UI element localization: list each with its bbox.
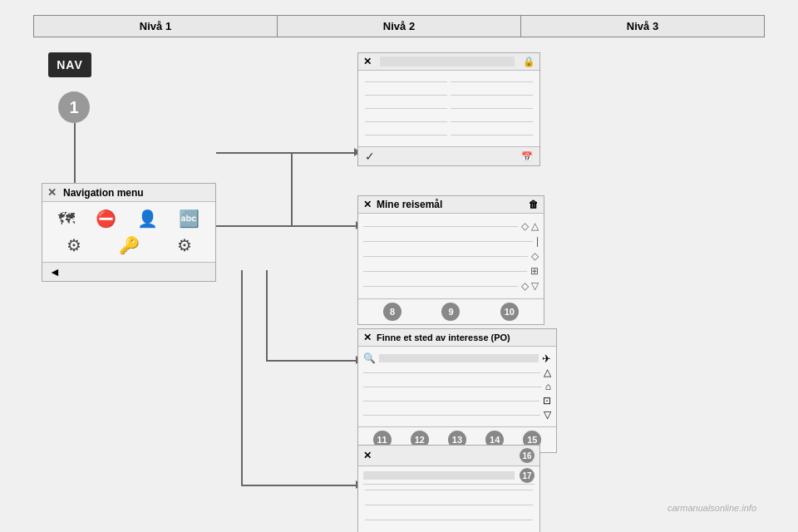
arrow-h-panel4: [241, 485, 359, 486]
badge-17: 17: [520, 468, 534, 483]
panel3-icon-house: ⌂: [545, 381, 551, 392]
header-col2: Nivå 2: [278, 16, 521, 37]
panel2-title: Mine reisemål: [377, 199, 442, 210]
panel2-icon-7: ▽: [531, 280, 539, 292]
panel1-bottom-icon: 📅: [521, 151, 533, 162]
panel2-icon-1: ◇: [521, 220, 529, 232]
menu-icon-map[interactable]: 🗺: [58, 209, 75, 229]
nav-menu-popup: ✕ Navigation menu 🗺 ⛔ 👤 🔤 ⚙ 🔑 ⚙ ◄: [42, 183, 216, 282]
panel4-divider1: [363, 484, 534, 485]
nav-menu-close[interactable]: ✕: [47, 186, 57, 199]
header-row: Nivå 1 Nivå 2 Nivå 3: [33, 15, 765, 37]
panel2-content: ◇ △ | ◇ ⊞ ◇ ▽: [358, 214, 544, 298]
menu-icon-route[interactable]: ⛔: [96, 209, 116, 229]
main-area: NAV 1 ✕ Navigation menu 🗺 ⛔ 👤 🔤 ⚙ 🔑 ⚙ ◄: [33, 37, 765, 520]
menu-icon-settings1[interactable]: ⚙: [66, 235, 81, 255]
panel1-content: [358, 71, 539, 146]
panel1-check[interactable]: ✓: [365, 150, 375, 163]
panel4-title-bar: ✕ 16: [358, 446, 539, 466]
arrow-h-panel1: [216, 152, 357, 154]
panel-2: ✕ Mine reisemål 🗑 ◇ △ | ◇ ⊞: [357, 195, 544, 325]
panel3-icon-down: ▽: [544, 409, 551, 421]
badge-9: 9: [441, 303, 460, 321]
arrow-v-panel2: [291, 152, 293, 227]
panel-3: ✕ Finne et sted av interesse (PO) 🔍 ✈ △ …: [357, 328, 557, 453]
panel2-icon-3: |: [536, 235, 539, 247]
badge-10: 10: [500, 303, 519, 321]
panel3-icon-tri: △: [544, 367, 551, 378]
panel1-close[interactable]: ✕: [363, 56, 372, 67]
panel3-title-bar: ✕ Finne et sted av interesse (PO): [358, 329, 556, 347]
nav-menu-icons-row2: ⚙ 🔑 ⚙: [42, 232, 215, 262]
panel2-title-bar: ✕ Mine reisemål 🗑: [358, 196, 544, 214]
panel3-icon-plane: ✈: [542, 352, 551, 365]
watermark: carmanualsonline.info: [667, 503, 756, 513]
panel4-content: 17: [358, 466, 539, 532]
panel3-icon-box: ⊡: [543, 395, 551, 406]
menu-icon-person[interactable]: 👤: [137, 209, 158, 229]
panel2-trash[interactable]: 🗑: [529, 200, 539, 209]
panel3-close[interactable]: ✕: [363, 332, 372, 343]
header-col3: Nivå 3: [521, 16, 764, 37]
arrow-h-panel3: [266, 360, 359, 362]
badge-8: 8: [383, 303, 401, 321]
panel2-close[interactable]: ✕: [363, 199, 372, 210]
menu-icon-abc[interactable]: 🔤: [179, 209, 200, 229]
nav-menu-back-icon[interactable]: ◄: [49, 265, 61, 278]
panel1-title-bar: ✕ 🔒: [358, 53, 539, 71]
panel-4: ✕ 16 17 ✓ 18: [357, 445, 540, 532]
panel1-icon: 🔒: [523, 56, 534, 67]
menu-icon-settings3[interactable]: ⚙: [177, 235, 192, 255]
panel2-icon-5: ⊞: [530, 265, 539, 277]
arrow-v-panel4: [241, 270, 243, 486]
panel2-badge-row: 8 9 10: [358, 298, 544, 324]
panel2-icon-2: △: [531, 220, 539, 232]
arrow-h-panel2-h2: [291, 225, 359, 227]
nav-button[interactable]: NAV: [48, 52, 91, 77]
nav-menu-icons-row1: 🗺 ⛔ 👤 🔤: [42, 202, 215, 232]
nav-menu-back-bar: ◄: [42, 262, 215, 281]
panel1-input-bar[interactable]: [380, 57, 515, 66]
panel3-content: 🔍 ✈ △ ⌂ ⊡ ▽: [358, 347, 556, 426]
arrow-v-panel3: [266, 270, 268, 362]
panel3-title: Finne et sted av interesse (PO): [377, 332, 510, 342]
badge-16: 16: [520, 448, 534, 463]
panel2-icon-6: ◇: [521, 280, 529, 292]
panel3-search-icon[interactable]: 🔍: [363, 352, 376, 364]
nav-menu-title: Navigation menu: [63, 187, 144, 199]
menu-icon-settings2[interactable]: 🔑: [119, 235, 140, 255]
nav-menu-title-bar: ✕ Navigation menu: [42, 184, 215, 202]
arrow-h-panel2-h1: [216, 225, 291, 227]
panel2-icon-4: ◇: [531, 250, 539, 262]
header-col1: Nivå 1: [34, 16, 278, 37]
circle-number-1: 1: [58, 91, 90, 123]
panel-1: ✕ 🔒 ✓ 📅: [357, 52, 540, 166]
panel4-close[interactable]: ✕: [363, 450, 372, 461]
panel1-bottom-bar: ✓ 📅: [358, 146, 539, 165]
